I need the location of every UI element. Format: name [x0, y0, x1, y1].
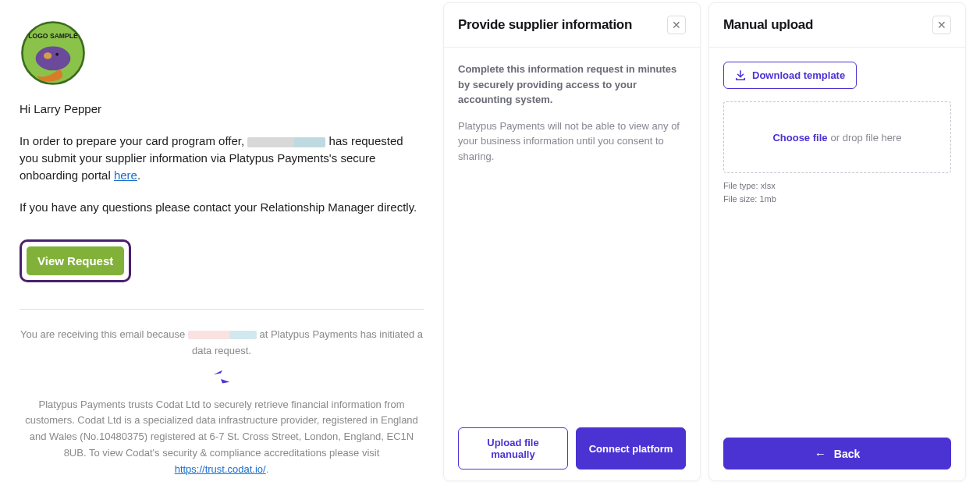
footer-line2: Platypus Payments trusts Codat Ltd to se…: [25, 399, 418, 459]
card-header: Provide supplier information ✕: [444, 3, 700, 48]
svg-point-2: [36, 46, 71, 70]
upload-file-manually-button[interactable]: Upload file manually: [458, 427, 568, 470]
download-template-label: Download template: [752, 69, 845, 81]
download-icon: [735, 70, 746, 81]
email-body-prefix: In order to prepare your card program of…: [20, 134, 247, 147]
redacted-name: [247, 137, 325, 147]
card-header: Manual upload ✕: [709, 3, 965, 48]
codat-logo-icon: [211, 367, 233, 386]
download-template-button[interactable]: Download template: [723, 62, 857, 89]
card-title: Manual upload: [723, 17, 813, 33]
file-size-info: File size: 1mb: [723, 193, 951, 206]
file-dropzone[interactable]: Choose file or drop file here: [723, 101, 951, 173]
email-divider: [20, 309, 424, 310]
card-body: Complete this information request in min…: [444, 48, 700, 416]
onboarding-here-link[interactable]: here: [114, 168, 137, 182]
choose-file-link[interactable]: Choose file: [772, 132, 827, 144]
email-greeting: Hi Larry Pepper: [20, 102, 424, 115]
email-preview: LOGO SAMPLE Hi Larry Pepper In order to …: [0, 0, 443, 486]
svg-text:LOGO SAMPLE: LOGO SAMPLE: [28, 32, 78, 40]
manual-upload-card: Manual upload ✕ Download template Choose…: [708, 2, 966, 481]
back-label: Back: [834, 448, 860, 460]
card-footer: ← Back: [709, 427, 965, 480]
email-body-paragraph: In order to prepare your card program of…: [20, 133, 424, 183]
redacted-sender: [188, 331, 257, 339]
logo-sample-icon: LOGO SAMPLE: [20, 19, 87, 87]
info-bold-text: Complete this information request in min…: [458, 62, 686, 108]
file-type-info: File type: xlsx: [723, 179, 951, 193]
close-button[interactable]: ✕: [932, 16, 951, 34]
view-request-button[interactable]: View Request: [27, 246, 124, 275]
info-text: Platypus Payments will not be able to vi…: [458, 119, 686, 165]
card-footer: Upload file manually Connect platform: [444, 416, 700, 480]
card-title: Provide supplier information: [458, 17, 632, 33]
close-button[interactable]: ✕: [667, 16, 686, 34]
footer-line1-prefix: You are receiving this email because: [20, 328, 188, 340]
close-icon: ✕: [937, 19, 946, 31]
file-constraints: File type: xlsx File size: 1mb: [723, 179, 951, 205]
close-icon: ✕: [672, 19, 681, 31]
email-footer: You are receiving this email because at …: [20, 327, 424, 478]
view-request-highlight: View Request: [20, 239, 131, 282]
card-body: Download template Choose file or drop fi…: [709, 48, 965, 427]
drop-hint: or drop file here: [831, 132, 902, 144]
email-questions: If you have any questions please contact…: [20, 199, 424, 216]
svg-point-4: [55, 53, 59, 56]
arrow-left-icon: ←: [815, 447, 826, 460]
back-button[interactable]: ← Back: [723, 438, 951, 470]
connect-platform-button[interactable]: Connect platform: [576, 427, 686, 470]
provide-supplier-card: Provide supplier information ✕ Complete …: [443, 2, 701, 481]
svg-point-3: [44, 52, 51, 59]
trust-codat-link[interactable]: https://trust.codat.io/: [175, 463, 266, 475]
